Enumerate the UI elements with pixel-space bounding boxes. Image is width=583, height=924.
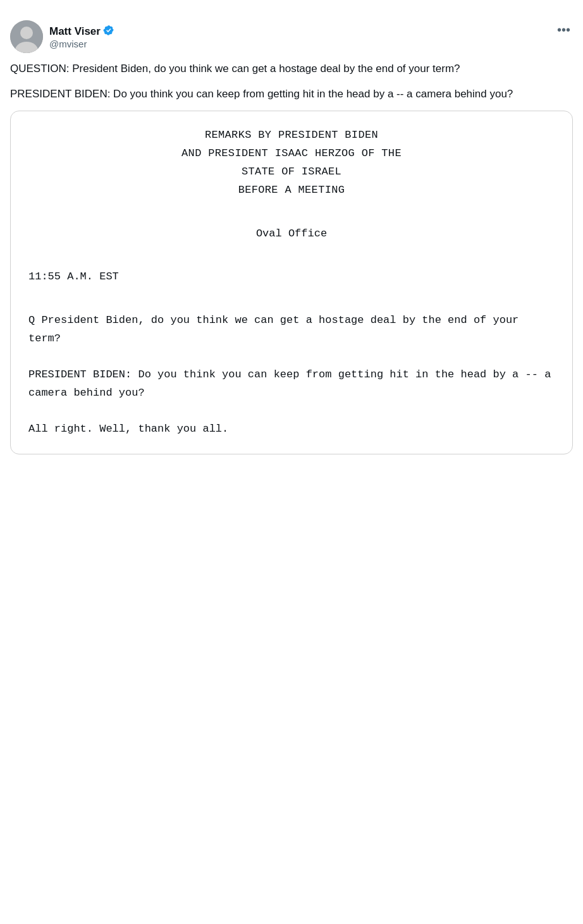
svg-point-1 [20,27,33,39]
transcript-time: 11:55 A.M. EST [28,268,555,286]
avatar-image [10,20,43,53]
transcript-location: Oval Office [28,225,555,243]
tweet-paragraph-answer: PRESIDENT BIDEN: Do you think you can ke… [10,86,573,102]
tweet-paragraph-question: QUESTION: President Biden, do you think … [10,61,573,77]
verified-badge-icon [103,25,114,39]
user-info: Matt Viser @mviser [49,25,114,49]
more-options-button[interactable]: ••• [555,20,573,40]
transcript-card: REMARKS BY PRESIDENT BIDEN AND PRESIDENT… [10,111,573,454]
tweet-body: QUESTION: President Biden, do you think … [10,61,573,102]
display-name-row: Matt Viser [49,25,114,39]
transcript-closing: All right. Well, thank you all. [28,420,555,439]
transcript-title-line1: REMARKS BY PRESIDENT BIDEN [28,126,555,145]
tweet-container: Matt Viser @mviser ••• QUESTION: Preside… [10,13,573,462]
transcript-title-line4: BEFORE A MEETING [28,181,555,200]
username[interactable]: @mviser [49,39,114,49]
transcript-title-line2: AND PRESIDENT ISAAC HERZOG OF THE [28,145,555,163]
transcript-answer: PRESIDENT BIDEN: Do you think you can ke… [28,366,555,403]
transcript-location-text: Oval Office [28,225,555,243]
avatar[interactable] [10,20,43,53]
transcript-question: Q President Biden, do you think we can g… [28,312,555,348]
tweet-header: Matt Viser @mviser ••• [10,20,573,53]
transcript-time-text: 11:55 A.M. EST [28,268,555,286]
display-name[interactable]: Matt Viser [49,25,101,38]
transcript-qa: Q President Biden, do you think we can g… [28,312,555,438]
tweet-header-left: Matt Viser @mviser [10,20,114,53]
transcript-title-line3: STATE OF ISRAEL [28,163,555,181]
transcript-title: REMARKS BY PRESIDENT BIDEN AND PRESIDENT… [28,126,555,200]
